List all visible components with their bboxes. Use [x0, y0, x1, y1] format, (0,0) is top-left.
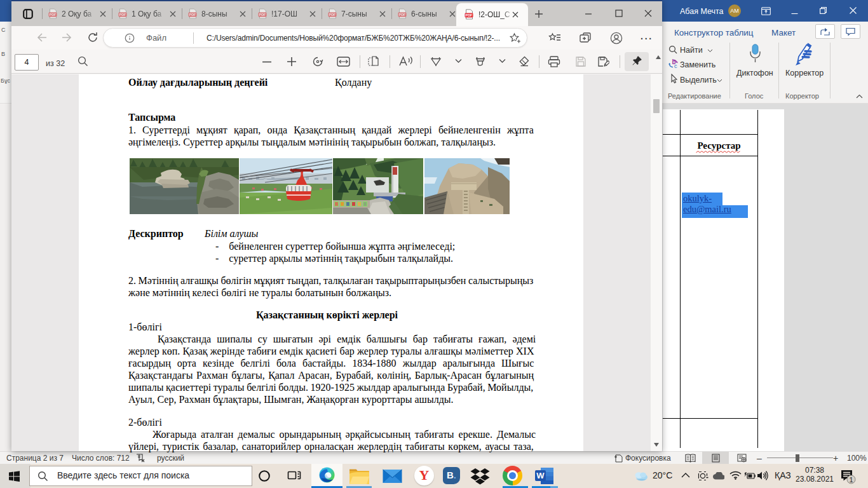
svg-text:PDF: PDF — [329, 13, 336, 17]
svg-text:W: W — [536, 471, 545, 480]
svg-text:PDF: PDF — [466, 13, 473, 17]
svg-text:PDF: PDF — [259, 13, 266, 17]
svg-text:PDF: PDF — [189, 13, 196, 17]
svg-text:PDF: PDF — [50, 13, 57, 17]
svg-text:PDF: PDF — [119, 13, 126, 17]
svg-text:1: 1 — [849, 476, 853, 484]
svg-text:c: c — [674, 63, 677, 69]
svg-text:PDF: PDF — [399, 13, 406, 17]
